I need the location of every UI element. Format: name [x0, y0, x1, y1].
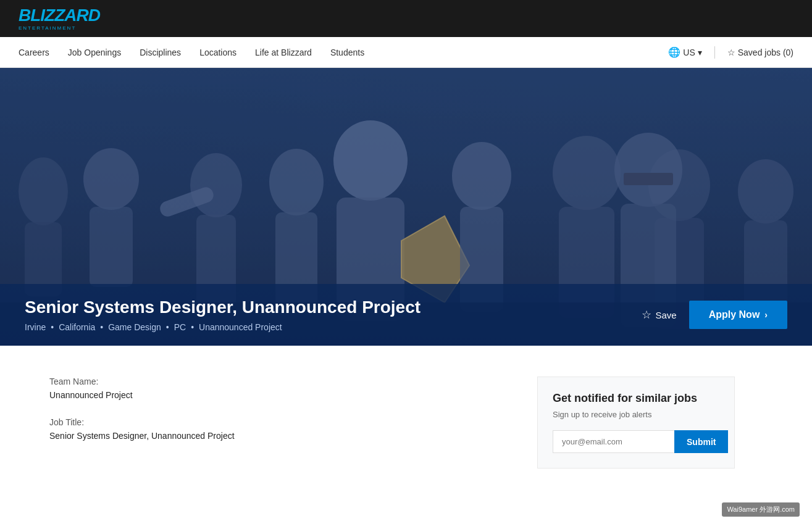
notify-title: Get notified for similar jobs	[553, 392, 719, 405]
nav-divider	[714, 46, 715, 59]
dot-2: •	[100, 322, 103, 332]
team-name-value: Unannounced Project	[49, 390, 513, 400]
save-label: Save	[655, 310, 676, 320]
main-content: Team Name: Unannounced Project Job Title…	[0, 346, 812, 493]
email-row: Submit	[553, 430, 719, 453]
job-title-label: Job Title:	[49, 417, 513, 427]
submit-label: Submit	[687, 437, 716, 447]
logo[interactable]: BLIZZARD ENTERTAINMENT	[19, 7, 100, 31]
globe-icon: 🌐	[668, 46, 680, 58]
team-name-label: Team Name:	[49, 377, 513, 386]
nav-job-openings[interactable]: Job Openings	[68, 48, 121, 57]
chevron-right-icon: ›	[764, 310, 768, 320]
team-name-row: Team Name: Unannounced Project	[49, 377, 513, 400]
sidebar: Get notified for similar jobs Sign up to…	[537, 377, 735, 469]
job-project: Unannounced Project	[199, 322, 282, 332]
nav-disciplines[interactable]: Disciplines	[140, 48, 181, 57]
apply-label: Apply Now	[709, 309, 760, 320]
nav-links: Careers Job Openings Disciplines Locatio…	[19, 48, 364, 57]
logo-sub: ENTERTAINMENT	[19, 25, 100, 31]
submit-button[interactable]: Submit	[674, 430, 728, 453]
job-location: Irvine	[25, 322, 46, 332]
job-platform: PC	[174, 322, 186, 332]
nav-students[interactable]: Students	[330, 48, 364, 57]
notify-sub: Sign up to receive job alerts	[553, 410, 719, 419]
job-meta: Irvine • California • Game Design • PC •…	[25, 322, 642, 332]
logo-text: BLIZZARD	[19, 6, 100, 25]
job-actions: ☆ Save Apply Now ›	[642, 301, 787, 329]
email-input[interactable]	[553, 430, 674, 453]
dot-4: •	[191, 322, 194, 332]
job-title: Senior Systems Designer, Unannounced Pro…	[25, 298, 642, 317]
chevron-down-icon: ▾	[698, 48, 702, 57]
job-title-area: Senior Systems Designer, Unannounced Pro…	[25, 298, 642, 332]
saved-jobs-label: Saved jobs (0)	[738, 48, 793, 57]
dot-3: •	[166, 322, 169, 332]
nav-life-at-blizzard[interactable]: Life at Blizzard	[255, 48, 312, 57]
top-bar: BLIZZARD ENTERTAINMENT	[0, 0, 812, 37]
job-title-value: Senior Systems Designer, Unannounced Pro…	[49, 431, 513, 441]
job-title-row: Job Title: Senior Systems Designer, Unan…	[49, 417, 513, 441]
nav-bar: Careers Job Openings Disciplines Locatio…	[0, 37, 812, 68]
language-selector[interactable]: 🌐 US ▾	[668, 46, 701, 58]
lang-label: US	[683, 48, 695, 57]
star-icon: ☆	[642, 308, 651, 322]
job-state: California	[59, 322, 95, 332]
job-details: Team Name: Unannounced Project Job Title…	[49, 377, 513, 469]
job-discipline: Game Design	[108, 322, 161, 332]
dot-1: •	[51, 322, 54, 332]
notify-box: Get notified for similar jobs Sign up to…	[537, 377, 735, 469]
nav-careers[interactable]: Careers	[19, 48, 49, 57]
nav-locations[interactable]: Locations	[199, 48, 236, 57]
nav-right: 🌐 US ▾ ☆ Saved jobs (0)	[668, 46, 793, 59]
star-icon: ☆	[727, 48, 735, 57]
saved-jobs[interactable]: ☆ Saved jobs (0)	[727, 48, 793, 57]
job-header: Senior Systems Designer, Unannounced Pro…	[0, 284, 812, 346]
hero-section: Senior Systems Designer, Unannounced Pro…	[0, 68, 812, 346]
save-button[interactable]: ☆ Save	[642, 308, 676, 322]
apply-now-button[interactable]: Apply Now ›	[689, 301, 787, 329]
